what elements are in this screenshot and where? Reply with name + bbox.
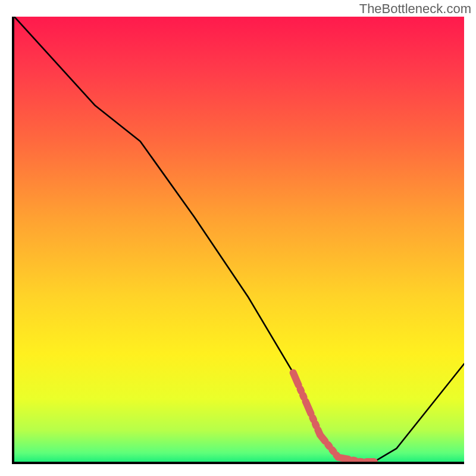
watermark-label: TheBottleneck.com (359, 1, 471, 17)
plot-area (12, 17, 464, 464)
curve-line (14, 17, 464, 462)
chart-frame: TheBottleneck.com (0, 0, 476, 476)
highlight-segment (293, 372, 374, 462)
bottleneck-curve (14, 17, 464, 462)
